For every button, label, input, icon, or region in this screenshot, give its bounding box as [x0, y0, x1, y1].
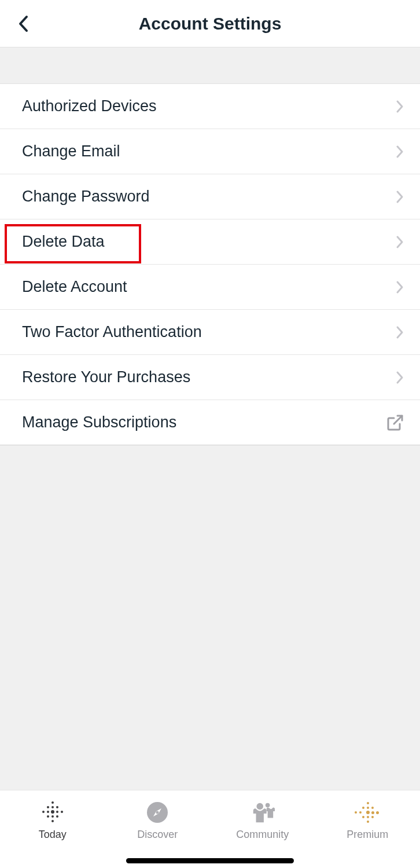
list-item-delete-data[interactable]: Delete Data: [0, 219, 420, 265]
tab-community[interactable]: Community: [210, 796, 315, 868]
chevron-right-icon: [396, 100, 404, 113]
settings-list): Authorized Devices Change Email Change P…: [0, 84, 420, 445]
chevron-left-icon: [18, 15, 28, 32]
tab-label: Premium: [347, 829, 388, 841]
chevron-right-icon: [396, 190, 404, 204]
section-spacer: [0, 47, 420, 84]
list-item-label: Two Factor Authentication: [22, 323, 202, 341]
list-item-label: Change Password: [22, 188, 150, 206]
chevron-right-icon: [396, 325, 404, 339]
tab-premium[interactable]: Premium: [315, 796, 421, 868]
tab-discover[interactable]: Discover: [105, 796, 211, 868]
list-item-label: Delete Account: [22, 278, 127, 296]
home-indicator: [126, 858, 294, 863]
tab-bar: Today Discover Community: [0, 790, 420, 868]
svg-point-3: [266, 803, 270, 808]
list-item-label: Restore Your Purchases: [22, 368, 190, 386]
list-item-label: Change Email: [22, 142, 120, 160]
tab-today[interactable]: Today: [0, 796, 105, 868]
page-title: Account Settings: [0, 14, 420, 34]
list-item-manage-subscriptions[interactable]: Manage Subscriptions: [0, 400, 420, 445]
chevron-right-icon: [396, 371, 404, 384]
external-link-icon: [386, 414, 404, 431]
premium-icon: [355, 800, 380, 825]
list-item-label: Authorized Devices: [22, 97, 157, 115]
community-icon: [250, 800, 275, 825]
list-item-label: Delete Data: [22, 233, 105, 251]
header: Account Settings: [0, 0, 420, 47]
list-item-change-password[interactable]: Change Password: [0, 174, 420, 219]
svg-point-1: [156, 811, 159, 814]
list-item-authorized-devices[interactable]: Authorized Devices: [0, 84, 420, 129]
list-item-two-factor[interactable]: Two Factor Authentication: [0, 310, 420, 355]
tab-label: Community: [236, 829, 289, 841]
list-item-label: Manage Subscriptions: [22, 413, 176, 431]
compass-icon: [145, 800, 170, 825]
list-item-change-email[interactable]: Change Email: [0, 129, 420, 174]
tab-label: Today: [39, 829, 67, 841]
list-item-delete-account[interactable]: Delete Account: [0, 265, 420, 310]
today-icon: [40, 800, 65, 825]
chevron-right-icon: [396, 235, 404, 249]
list-item-restore-purchases[interactable]: Restore Your Purchases: [0, 355, 420, 400]
chevron-right-icon: [396, 145, 404, 159]
back-button[interactable]: [12, 12, 35, 35]
svg-point-2: [256, 803, 263, 810]
chevron-right-icon: [396, 280, 404, 294]
empty-area: [0, 445, 420, 790]
tab-label: Discover: [137, 829, 178, 841]
